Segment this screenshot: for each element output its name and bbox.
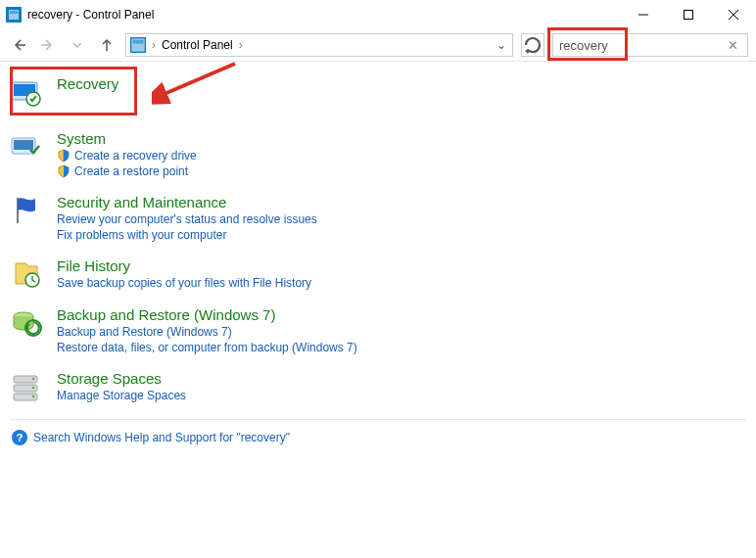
back-button[interactable]	[8, 34, 29, 56]
storage-icon	[10, 370, 43, 403]
search-input[interactable]	[559, 38, 728, 53]
window-title: recovery - Control Panel	[27, 8, 621, 22]
svg-rect-3	[685, 11, 693, 20]
system-icon	[10, 130, 43, 163]
forward-button[interactable]	[37, 34, 59, 56]
breadcrumb-separator: ›	[152, 38, 156, 52]
result-storage: Storage Spaces Manage Storage Spaces	[10, 370, 746, 403]
manage-storage-link[interactable]: Manage Storage Spaces	[57, 389, 186, 402]
shield-icon	[57, 164, 71, 178]
svg-point-24	[32, 387, 35, 390]
storage-link[interactable]: Storage Spaces	[57, 370, 186, 387]
breadcrumb-separator: ›	[239, 38, 243, 52]
shield-icon	[57, 149, 71, 163]
help-row: ? Search Windows Help and Support for "r…	[10, 419, 746, 445]
review-status-link[interactable]: Review your computer's status and resolv…	[57, 212, 317, 226]
results-content: Recovery System Create a recovery drive …	[0, 62, 756, 455]
recovery-icon	[10, 75, 43, 109]
result-file-history: File History Save backup copies of your …	[10, 257, 746, 291]
titlebar: recovery - Control Panel	[0, 0, 756, 29]
create-restore-point-link[interactable]: Create a restore point	[57, 164, 197, 178]
address-bar[interactable]: › Control Panel › ⌄	[125, 33, 513, 57]
flag-icon	[10, 194, 43, 227]
control-panel-icon	[6, 7, 22, 23]
refresh-button[interactable]	[521, 33, 544, 57]
result-recovery: Recovery	[10, 75, 746, 109]
sub-link-label: Create a recovery drive	[74, 149, 197, 163]
fix-problems-link[interactable]: Fix problems with your computer	[57, 228, 317, 242]
file-history-link[interactable]: File History	[57, 257, 311, 274]
result-backup: Backup and Restore (Windows 7) Backup an…	[10, 306, 746, 354]
breadcrumb-control-panel[interactable]: Control Panel	[162, 38, 233, 52]
minimize-button[interactable]	[621, 0, 666, 29]
help-icon: ?	[12, 430, 27, 445]
recent-dropdown[interactable]	[67, 34, 88, 56]
result-system: System Create a recovery drive Create a …	[10, 130, 746, 178]
address-dropdown-icon[interactable]: ⌄	[496, 38, 506, 52]
svg-point-25	[32, 395, 35, 398]
security-link[interactable]: Security and Maintenance	[57, 194, 317, 210]
svg-rect-1	[10, 11, 18, 14]
backup-link[interactable]: Backup and Restore (Windows 7)	[57, 306, 357, 323]
navbar: › Control Panel › ⌄ ✕	[0, 29, 756, 61]
close-button[interactable]	[711, 0, 756, 29]
sub-link-label: Create a restore point	[74, 164, 188, 178]
control-panel-address-icon	[130, 37, 146, 53]
recovery-link[interactable]: Recovery	[57, 75, 118, 92]
search-box[interactable]: ✕	[552, 33, 748, 57]
clear-search-icon[interactable]: ✕	[728, 38, 741, 52]
svg-rect-10	[133, 40, 144, 44]
maximize-button[interactable]	[666, 0, 711, 29]
help-link[interactable]: Search Windows Help and Support for "rec…	[33, 431, 290, 444]
backup-icon	[10, 306, 43, 340]
save-backup-copies-link[interactable]: Save backup copies of your files with Fi…	[57, 276, 311, 290]
restore-data-link[interactable]: Restore data, files, or computer from ba…	[57, 341, 357, 354]
result-security: Security and Maintenance Review your com…	[10, 194, 746, 242]
system-link[interactable]: System	[57, 130, 197, 147]
svg-rect-15	[14, 140, 33, 150]
create-recovery-drive-link[interactable]: Create a recovery drive	[57, 149, 197, 163]
window-controls	[621, 0, 756, 29]
backup-restore-link[interactable]: Backup and Restore (Windows 7)	[57, 325, 357, 339]
file-history-icon	[10, 257, 43, 291]
svg-point-23	[32, 378, 35, 381]
up-button[interactable]	[96, 34, 118, 56]
